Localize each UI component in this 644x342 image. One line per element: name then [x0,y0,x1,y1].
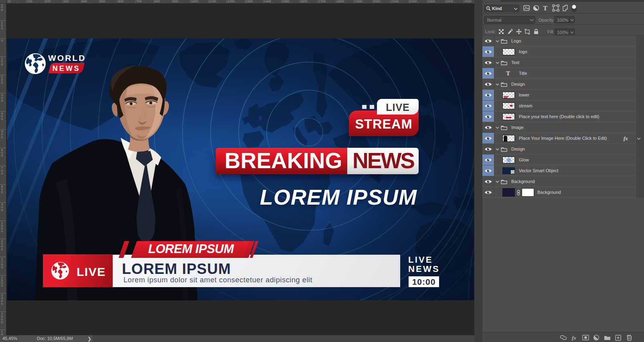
svg-text:fx: fx [572,335,576,341]
svg-text:T: T [543,4,548,12]
